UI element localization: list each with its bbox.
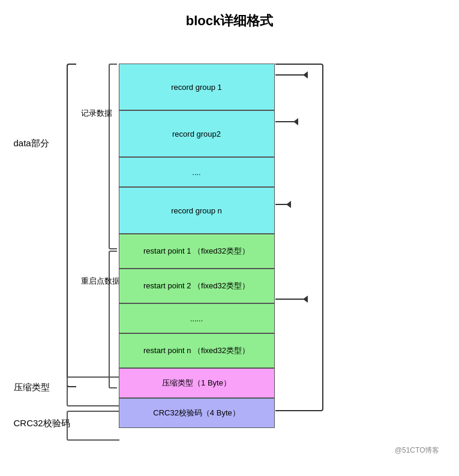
- block-record-group-1: record group 1: [119, 64, 275, 110]
- label-crc32: CRC32校验码: [14, 418, 70, 429]
- block-record-group-n: record group n: [119, 187, 275, 234]
- block-dots1: ....: [119, 157, 275, 187]
- arrow-rgn: [275, 204, 291, 205]
- diagram: data部分 压缩类型 CRC32校验码 记录数据 重启点数据 record g…: [14, 42, 446, 462]
- brace-crc: [67, 411, 119, 441]
- brace-restart: [109, 251, 117, 388]
- block-compress-type: 压缩类型（1 Byte）: [119, 368, 275, 398]
- block-restart-point-1: restart point 1 （fixed32类型）: [119, 234, 275, 269]
- blocks-column: record group 1 record group2 .... record…: [119, 64, 275, 428]
- right-bracket-outer: [275, 64, 323, 411]
- label-compress-type: 压缩类型: [14, 382, 50, 393]
- block-restart-point-2: restart point 2 （fixed32类型）: [119, 269, 275, 303]
- block-dots2: ......: [119, 303, 275, 333]
- sub-label-restart: 重启点数据: [81, 276, 120, 287]
- brace-records: [109, 64, 117, 249]
- block-crc32: CRC32校验码（4 Byte）: [119, 398, 275, 428]
- brace-data-section: [67, 64, 76, 387]
- block-restart-point-n: restart point n （fixed32类型）: [119, 333, 275, 368]
- block-record-group-2: record group2: [119, 110, 275, 157]
- arrow-rg1: [275, 74, 308, 76]
- watermark: @51CTO博客: [395, 445, 440, 456]
- sub-label-records: 记录数据: [81, 108, 112, 119]
- label-data-section: data部分: [14, 138, 49, 149]
- brace-compress: [67, 376, 119, 406]
- page: block详细格式 data部分 压缩类型 CRC32校验码 记录数据 重启点数…: [0, 0, 459, 476]
- arrow-rg2: [275, 121, 298, 122]
- arrow-rp2: [275, 299, 308, 300]
- page-title: block详细格式: [12, 12, 447, 30]
